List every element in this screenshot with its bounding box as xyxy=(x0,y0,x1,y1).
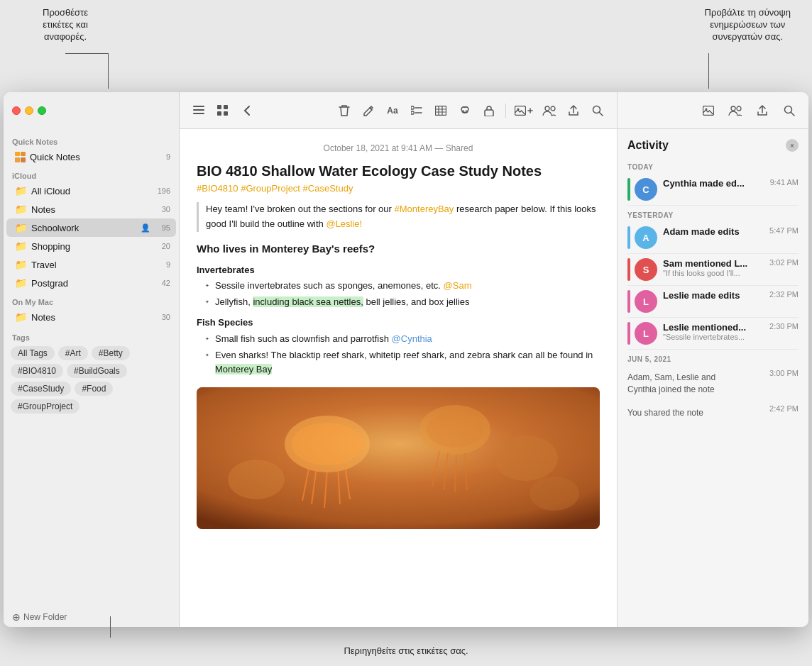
lock-button[interactable] xyxy=(478,100,500,121)
table-button[interactable] xyxy=(430,100,451,121)
leslie1-avatar: L xyxy=(635,290,657,313)
search-button[interactable] xyxy=(587,100,608,121)
format-button[interactable]: Aa xyxy=(382,100,403,121)
svg-rect-7 xyxy=(411,106,414,109)
leslie2-name: Leslie mentioned... xyxy=(663,322,764,333)
plus-icon: ⊕ xyxy=(12,611,21,623)
monterey-bay-mention: #MontereyBay xyxy=(395,204,454,214)
minimize-button[interactable] xyxy=(25,106,33,115)
sidebar-item-travel[interactable]: 📁 Travel 9 xyxy=(6,255,176,274)
tag-bio4810[interactable]: #BIO4810 xyxy=(11,364,63,378)
tags-section-label: Tags xyxy=(9,332,173,346)
svg-point-20 xyxy=(551,106,555,111)
sidebar: Quick Notes Quick Notes 9 iCloud 📁 All i… xyxy=(4,92,180,627)
bullet-item-2: Jellyfish, including black sea nettles, … xyxy=(205,295,600,310)
quick-notes-count: 9 xyxy=(156,152,170,161)
tooltip-bottom-center: Περιηγηθείτε στις ετικέτες σας. xyxy=(344,645,468,657)
leslie1-name: Leslie made edits xyxy=(663,290,764,301)
jellyfish-image xyxy=(197,387,600,529)
leslie-mention: @Leslie! xyxy=(326,218,362,229)
svg-rect-3 xyxy=(217,105,221,109)
link-button[interactable] xyxy=(454,100,476,121)
tag-casestudy[interactable]: #CaseStudy xyxy=(11,382,71,396)
sidebar-item-notes-icloud[interactable]: 📁 Notes 30 xyxy=(6,200,176,218)
folder-icon-notes-mac: 📁 xyxy=(15,311,27,323)
back-button[interactable] xyxy=(236,100,258,121)
svg-rect-6 xyxy=(224,111,228,116)
activity-shared-time: 2:42 PM xyxy=(769,404,799,413)
leslie2-activity-text: Leslie mentioned... "Sessile invertebrat… xyxy=(663,322,764,341)
sidebar-item-schoolwork[interactable]: 📁 Schoolwork 👤 95 xyxy=(6,218,176,237)
yesterday-label: YESTERDAY xyxy=(627,211,799,219)
compose-button[interactable] xyxy=(358,100,379,121)
tag-art[interactable]: #Art xyxy=(58,346,88,360)
svg-point-24 xyxy=(292,423,363,465)
maximize-button[interactable] xyxy=(38,106,46,115)
sidebar-item-all-icloud[interactable]: 📁 All iCloud 196 xyxy=(6,182,176,200)
notes-mac-count: 30 xyxy=(156,313,170,321)
sidebar-item-notes-mac[interactable]: 📁 Notes 30 xyxy=(6,308,176,326)
tag-betty[interactable]: #Betty xyxy=(92,346,130,360)
photos-button[interactable] xyxy=(512,100,536,121)
new-folder-button[interactable]: ⊕ New Folder xyxy=(4,607,179,627)
activity-close-button[interactable]: × xyxy=(786,139,799,152)
svg-point-36 xyxy=(494,435,558,481)
tags-section: Tags All Tags #Art #Betty #BIO4810 #Buil… xyxy=(4,326,179,416)
sam-activity-text: Sam mentioned L... "If this looks good I… xyxy=(663,258,764,277)
cynthia-activity-text: Cynthia made ed... xyxy=(663,178,764,189)
adam-avatar: A xyxy=(635,226,657,249)
folder-icon-travel: 📁 xyxy=(15,259,27,270)
list-view-button[interactable] xyxy=(188,100,209,121)
activity-item-cynthia[interactable]: C Cynthia made ed... 9:41 AM xyxy=(627,174,799,206)
sidebar-item-shopping[interactable]: 📁 Shopping 20 xyxy=(6,237,176,255)
checklist-button[interactable] xyxy=(406,100,427,121)
grid-view-button[interactable] xyxy=(212,100,234,121)
note-subheading-invertebrates: Invertebrates xyxy=(197,263,600,278)
tag-buildgoals[interactable]: #BuildGoals xyxy=(67,364,127,378)
folder-icon-all-icloud: 📁 xyxy=(15,185,27,196)
tag-all-tags[interactable]: All Tags xyxy=(11,346,55,360)
notes-icloud-label: Notes xyxy=(31,204,152,215)
share-button[interactable] xyxy=(563,100,584,121)
tag-groupproject[interactable]: #GroupProject xyxy=(11,399,79,414)
activity-search-button[interactable] xyxy=(779,100,800,121)
folder-icon-schoolwork: 📁 xyxy=(15,222,27,233)
activity-content: TODAY C Cynthia made ed... 9:41 AM YESTE… xyxy=(618,157,808,627)
section-label-icloud: iCloud xyxy=(4,166,179,182)
tags-grid: All Tags #Art #Betty #BIO4810 #BuildGoal… xyxy=(9,346,173,414)
travel-label: Travel xyxy=(31,260,152,270)
delete-button[interactable] xyxy=(334,100,355,121)
activity-item-adam[interactable]: A Adam made edits 5:47 PM xyxy=(627,222,799,254)
close-button[interactable] xyxy=(12,106,21,115)
sidebar-item-postgrad[interactable]: 📁 Postgrad 42 xyxy=(6,274,176,292)
traffic-lights xyxy=(12,106,46,115)
cynthia-time: 9:41 AM xyxy=(770,178,799,187)
adam-activity-text: Adam made edits xyxy=(663,226,764,237)
activity-share-button[interactable] xyxy=(752,100,773,121)
leslie1-time: 2:32 PM xyxy=(769,290,799,299)
cynthia-avatar: C xyxy=(635,178,657,201)
postgrad-label: Postgrad xyxy=(31,278,152,289)
collab-button[interactable] xyxy=(539,100,560,121)
jun5-label: JUN 5, 2021 xyxy=(627,355,799,363)
activity-item-sam[interactable]: S Sam mentioned L... "If this looks good… xyxy=(627,254,799,286)
activity-photos-button[interactable] xyxy=(698,100,719,121)
new-folder-label: New Folder xyxy=(23,612,67,622)
svg-rect-0 xyxy=(193,106,204,107)
quick-notes-icon xyxy=(15,152,26,162)
all-icloud-count: 196 xyxy=(156,187,170,195)
activity-item-leslie2[interactable]: L Leslie mentioned... "Sessile invertebr… xyxy=(627,318,799,350)
section-label-quicknotes: Quick Notes xyxy=(4,132,179,148)
cynthia-status-bar xyxy=(627,178,630,201)
sidebar-item-quick-notes[interactable]: Quick Notes 9 xyxy=(6,148,176,166)
activity-collab-button[interactable] xyxy=(725,100,746,121)
share-icon-schoolwork: 👤 xyxy=(141,223,150,233)
leslie1-status-bar xyxy=(627,290,630,313)
quick-notes-label: Quick Notes xyxy=(30,152,152,162)
note-content: October 18, 2021 at 9:41 AM — Shared BIO… xyxy=(180,129,617,627)
tag-food[interactable]: #Food xyxy=(75,382,113,396)
schoolwork-label: Schoolwork xyxy=(31,223,136,233)
activity-item-leslie1[interactable]: L Leslie made edits 2:32 PM xyxy=(627,286,799,318)
sam-name: Sam mentioned L... xyxy=(663,258,764,269)
sam-avatar: S xyxy=(635,258,657,281)
